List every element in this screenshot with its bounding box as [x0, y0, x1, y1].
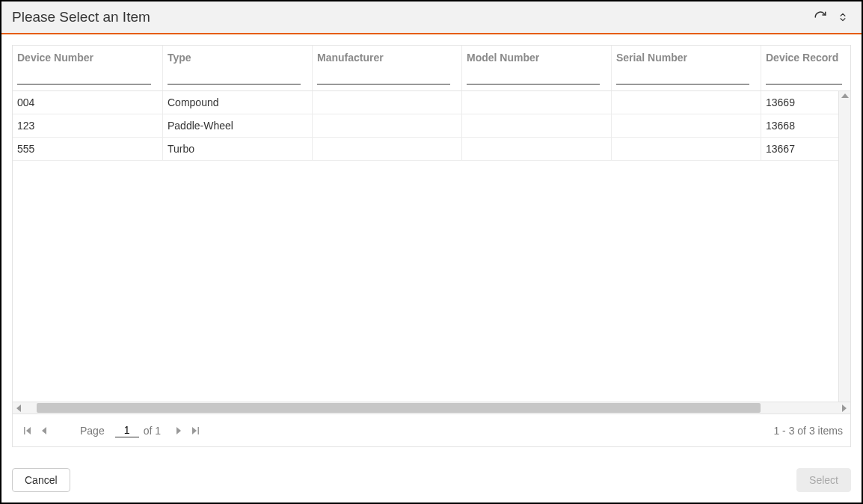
column-label: Device Number: [17, 51, 158, 64]
filter-input-serial-number[interactable]: [616, 69, 749, 84]
cell-model-number: [462, 91, 612, 114]
dialog-header: Please Select an Item: [1, 1, 862, 34]
filter-input-type[interactable]: [168, 69, 301, 84]
scroll-track[interactable]: [25, 402, 838, 414]
cell-model-number: [462, 138, 612, 160]
filter-input-device-record[interactable]: [766, 69, 842, 84]
pager-next-icon[interactable]: [171, 423, 186, 438]
scroll-right-icon[interactable]: [838, 402, 850, 414]
cell-manufacturer: [313, 91, 462, 114]
cancel-button[interactable]: Cancel: [12, 468, 70, 492]
cell-serial-number: [612, 91, 761, 114]
pager-of-label: of 1: [144, 425, 161, 437]
cell-device-record: 13668: [761, 114, 838, 137]
svg-marker-1: [26, 427, 31, 434]
pager-info: 1 - 3 of 3 items: [773, 425, 843, 437]
grid-body[interactable]: 004 Compound 13669 123 Paddle-Wheel 1366: [13, 91, 838, 402]
column-label: Serial Number: [616, 51, 756, 64]
filter-input-model-number[interactable]: [467, 69, 600, 84]
table-row[interactable]: 555 Turbo 13667: [13, 138, 838, 161]
horizontal-scrollbar[interactable]: [13, 402, 850, 414]
cell-device-record: 13669: [761, 91, 838, 114]
column-label: Type: [168, 51, 307, 64]
table-row[interactable]: 004 Compound 13669: [13, 91, 838, 114]
pager-first-icon[interactable]: [20, 423, 35, 438]
grid-header-row: Device Number Type Manufacturer Model Nu…: [13, 46, 850, 91]
data-grid: Device Number Type Manufacturer Model Nu…: [12, 45, 851, 447]
select-item-dialog: Please Select an Item Device Number Ty: [0, 0, 863, 504]
dialog-title: Please Select an Item: [12, 9, 806, 25]
pager: Page of 1 1 - 3 of 3 items: [13, 414, 850, 446]
cell-type: Compound: [163, 91, 313, 114]
cell-type: Turbo: [163, 138, 313, 160]
pager-last-icon[interactable]: [188, 423, 203, 438]
svg-marker-4: [192, 427, 197, 434]
dialog-footer: Cancel Select: [1, 458, 862, 503]
svg-rect-0: [24, 427, 25, 434]
svg-marker-3: [176, 427, 181, 434]
column-header-model-number[interactable]: Model Number: [462, 46, 612, 90]
cell-manufacturer: [313, 114, 462, 137]
filter-input-manufacturer[interactable]: [317, 69, 450, 84]
refresh-icon[interactable]: [812, 9, 829, 25]
grid-body-wrap: 004 Compound 13669 123 Paddle-Wheel 1366: [13, 91, 850, 402]
column-header-device-number[interactable]: Device Number: [13, 46, 163, 90]
cell-serial-number: [612, 138, 761, 160]
cell-serial-number: [612, 114, 761, 137]
cell-model-number: [462, 114, 612, 137]
cell-device-number: 555: [13, 138, 163, 160]
filter-input-device-number[interactable]: [17, 69, 151, 84]
svg-marker-2: [42, 427, 46, 434]
scroll-thumb[interactable]: [37, 403, 761, 413]
column-header-type[interactable]: Type: [163, 46, 313, 90]
column-header-device-record[interactable]: Device Record: [761, 46, 850, 90]
column-label: Manufacturer: [317, 51, 457, 64]
column-header-serial-number[interactable]: Serial Number: [612, 46, 761, 90]
pager-prev-icon[interactable]: [37, 423, 52, 438]
select-button[interactable]: Select: [796, 468, 851, 492]
svg-rect-5: [198, 427, 200, 434]
column-header-manufacturer[interactable]: Manufacturer: [313, 46, 462, 90]
vertical-scrollbar[interactable]: [838, 91, 850, 402]
cell-manufacturer: [313, 138, 462, 160]
pager-page-input[interactable]: [115, 423, 139, 437]
cell-device-record: 13667: [761, 138, 838, 160]
scroll-left-icon[interactable]: [13, 402, 25, 414]
column-label: Model Number: [467, 51, 606, 64]
cell-device-number: 123: [13, 114, 163, 137]
column-label: Device Record: [766, 51, 846, 64]
pager-page-label: Page: [80, 425, 105, 437]
cell-type: Paddle-Wheel: [163, 114, 313, 137]
cell-device-number: 004: [13, 91, 163, 114]
expand-collapse-icon[interactable]: [835, 9, 851, 25]
dialog-body: Device Number Type Manufacturer Model Nu…: [1, 34, 862, 458]
table-row[interactable]: 123 Paddle-Wheel 13668: [13, 114, 838, 138]
